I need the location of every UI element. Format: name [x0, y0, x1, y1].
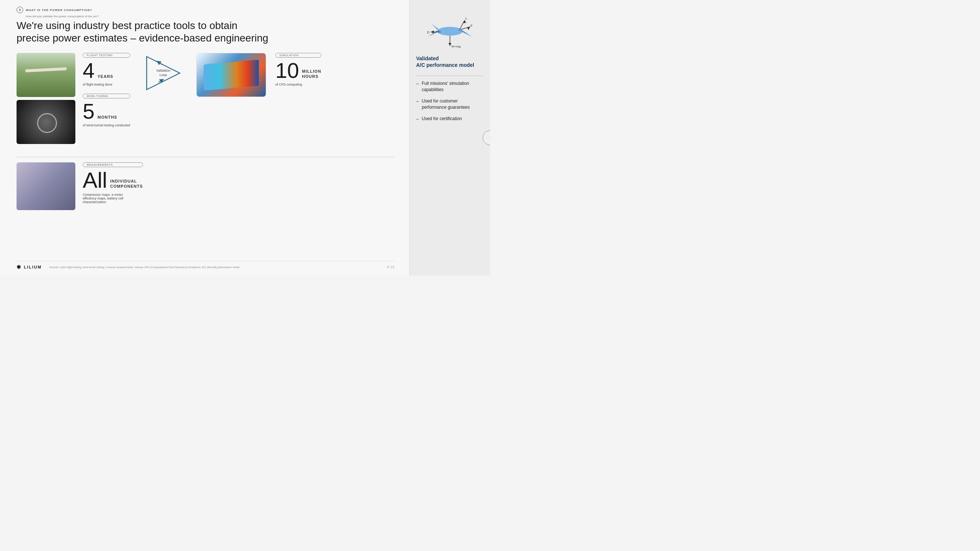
- dash-icon-2: –: [416, 98, 419, 105]
- svg-point-3: [437, 27, 463, 36]
- wind-months-unit: MONTHS: [97, 114, 117, 120]
- slide-header: 3 WHAT IS THE POWER CONSUMPTION? How did…: [16, 6, 395, 48]
- bottom-section: MEASUREMENTS All INDIVIDUAL COMPONENTS C…: [16, 157, 395, 261]
- svg-text:L: L: [465, 16, 467, 20]
- svg-text:D: D: [427, 30, 430, 34]
- dash-icon-1: –: [416, 81, 419, 87]
- simulation-unit: MILLION HOURS: [302, 69, 321, 79]
- bullet-text-3: Used for certification: [422, 116, 462, 122]
- loop-diagram: Validation Loop: [143, 53, 183, 93]
- aircraft-diagram: L D F W=mg₀: [416, 7, 484, 51]
- slide-title: We're using industry best practice tools…: [16, 19, 395, 44]
- bullet-text-1: Full missions' simulation capabilities: [422, 81, 484, 93]
- top-section: FLIGHT TESTING 4 YEARS of flight testing…: [16, 53, 395, 157]
- flight-photo: [16, 53, 75, 97]
- validated-title: Validated A/C performance model: [416, 55, 484, 68]
- next-arrow-button[interactable]: ›: [483, 130, 490, 145]
- logo-text: LILIUM: [24, 265, 42, 269]
- main-content: 3 WHAT IS THE POWER CONSUMPTION? How did…: [0, 0, 409, 275]
- simulation-desc: of CFD computing: [275, 83, 321, 86]
- simulation-stat: Simulation 10 MILLION HOURS of CFD compu…: [275, 53, 321, 86]
- flight-years-unit: YEARS: [97, 74, 113, 79]
- svg-text:W=mg₀: W=mg₀: [452, 45, 461, 48]
- bullet-item-2: – Used for customer performance guarante…: [416, 98, 484, 111]
- panel-divider: [416, 76, 484, 76]
- logo-icon: ✾: [16, 264, 22, 270]
- stats-column: FLIGHT TESTING 4 YEARS of flight testing…: [83, 53, 130, 127]
- chevron-right-icon: ›: [489, 135, 490, 141]
- flight-testing-stat: FLIGHT TESTING 4 YEARS of flight testing…: [83, 53, 130, 86]
- logo: ✾ LILIUM: [16, 264, 42, 270]
- question-label: WHAT IS THE POWER CONSUMPTION?: [26, 8, 92, 12]
- svg-marker-11: [431, 30, 434, 33]
- footer: ✾ LILIUM Sources: Lilium flight testing,…: [16, 261, 395, 270]
- wind-desc: of wind-tunnel testing conducted: [83, 124, 130, 127]
- flight-desc: of flight testing done: [83, 83, 130, 86]
- measurements-desc: Compressor maps, e-motor efficiency maps…: [83, 193, 143, 204]
- bullet-item-3: – Used for certification: [416, 116, 484, 122]
- flight-testing-badge: FLIGHT TESTING: [83, 53, 130, 58]
- bullet-text-2: Used for customer performance guarantees: [422, 98, 484, 111]
- wind-tunnel-badge: WIND-TUNNEL: [83, 94, 130, 98]
- all-unit: INDIVIDUAL COMPONENTS: [110, 178, 143, 189]
- footer-sources: Sources: Lilium flight testing, wind-tun…: [49, 266, 380, 268]
- components-photo: [16, 162, 75, 210]
- tunnel-photo: [16, 100, 75, 144]
- svg-text:F: F: [471, 24, 473, 27]
- question-number: 3: [16, 6, 23, 13]
- aircraft-svg: L D F W=mg₀: [420, 9, 479, 49]
- measurements-stat: MEASUREMENTS All INDIVIDUAL COMPONENTS C…: [83, 162, 143, 204]
- svg-line-1: [158, 62, 162, 65]
- page-number: P. 12: [387, 265, 395, 269]
- all-number: All INDIVIDUAL COMPONENTS: [83, 169, 143, 191]
- svg-marker-14: [467, 27, 470, 30]
- top-left: [16, 53, 75, 144]
- bullet-item-1: – Full missions' simulation capabilities: [416, 81, 484, 93]
- right-panel: L D F W=mg₀ Validated A/C performance mo…: [409, 0, 490, 275]
- dash-icon-3: –: [416, 116, 419, 122]
- svg-marker-17: [449, 43, 452, 46]
- wind-months-number: 5 MONTHS: [83, 101, 130, 122]
- measurements-badge: MEASUREMENTS: [83, 162, 143, 167]
- wind-tunnel-stat: WIND-TUNNEL 5 MONTHS of wind-tunnel test…: [83, 94, 130, 127]
- simulation-number: 10 MILLION HOURS: [275, 60, 321, 81]
- question-tag: 3 WHAT IS THE POWER CONSUMPTION?: [16, 6, 395, 13]
- top-middle: Validation Loop: [139, 53, 187, 93]
- flight-years-number: 4 YEARS: [83, 60, 130, 81]
- question-sub: How did you validate the power consumpti…: [26, 15, 395, 18]
- svg-marker-8: [463, 20, 466, 23]
- cfd-image: [196, 53, 266, 97]
- triangle-container: Validation Loop: [143, 53, 183, 93]
- content-area: FLIGHT TESTING 4 YEARS of flight testing…: [16, 53, 395, 261]
- svg-marker-6: [431, 24, 439, 29]
- loop-label: Validation Loop: [156, 69, 170, 78]
- simulation-badge: Simulation: [275, 53, 321, 58]
